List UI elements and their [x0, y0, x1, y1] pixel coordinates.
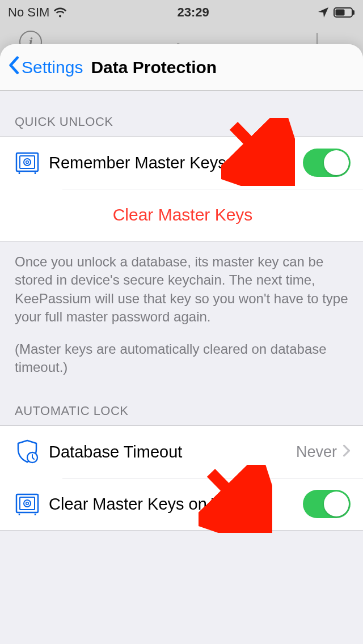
- safe-icon: [15, 150, 49, 175]
- clock: 23:29: [178, 5, 209, 20]
- row-value: Never: [296, 443, 337, 461]
- svg-point-5: [24, 159, 31, 166]
- battery-icon: [334, 7, 355, 18]
- chevron-right-icon: [343, 444, 351, 459]
- row-database-timeout[interactable]: Database Timeout Never: [0, 426, 363, 478]
- toggle-remember-master-keys[interactable]: [303, 149, 351, 177]
- content-scroll[interactable]: QUICK UNLOCK Remember Master Keys: [0, 91, 363, 644]
- wifi-icon: [54, 7, 69, 18]
- svg-point-12: [24, 500, 31, 507]
- row-label: Remember Master Keys: [49, 154, 303, 172]
- section-footer-quick-unlock: Once you unlock a database, its master k…: [0, 242, 363, 393]
- clear-master-keys-button[interactable]: Clear Master Keys: [15, 205, 351, 224]
- back-label: Settings: [22, 58, 83, 77]
- svg-point-6: [26, 161, 29, 164]
- location-icon: [318, 7, 329, 18]
- back-button[interactable]: Settings: [8, 56, 83, 78]
- chevron-left-icon: [8, 56, 19, 78]
- section-header-quick-unlock: QUICK UNLOCK: [0, 91, 363, 136]
- settings-sheet: Settings Data Protection QUICK UNLOCK R: [0, 44, 363, 644]
- svg-rect-11: [20, 497, 35, 510]
- svg-rect-4: [20, 156, 35, 168]
- carrier-text: No SIM: [8, 5, 49, 20]
- group-automatic-lock: Database Timeout Never: [0, 425, 363, 531]
- group-quick-unlock: Remember Master Keys Clear Master Keys: [0, 136, 363, 242]
- nav-bar: Settings Data Protection: [0, 44, 363, 91]
- shield-clock-icon: [15, 438, 49, 465]
- svg-point-13: [26, 502, 29, 505]
- svg-rect-1: [335, 10, 344, 16]
- safe-icon: [15, 492, 49, 516]
- row-label: Clear Master Keys on Timeout: [49, 494, 303, 514]
- toggle-clear-on-timeout[interactable]: [303, 490, 351, 518]
- section-header-automatic-lock: AUTOMATIC LOCK: [0, 393, 363, 425]
- svg-rect-2: [353, 10, 354, 15]
- row-label: Database Timeout: [49, 443, 296, 461]
- status-bar: No SIM 23:29: [0, 0, 363, 25]
- row-clear-master-keys[interactable]: Clear Master Keys: [0, 189, 363, 241]
- row-clear-on-timeout[interactable]: Clear Master Keys on Timeout: [0, 478, 363, 530]
- page-title: Data Protection: [91, 58, 217, 77]
- row-remember-master-keys[interactable]: Remember Master Keys: [0, 137, 363, 189]
